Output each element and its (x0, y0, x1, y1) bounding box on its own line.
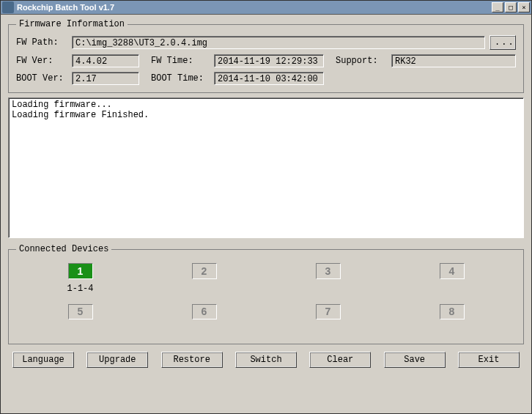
upgrade-button[interactable]: Upgrade (86, 352, 148, 368)
fw-path-field[interactable]: C:\img_3288\UT3_2.0.4.img (72, 36, 485, 49)
device-box-2[interactable]: 2 (192, 263, 217, 279)
devices-grid: 11-1-42345678 (16, 260, 516, 336)
device-slot-3[interactable]: 3 (270, 263, 386, 300)
clear-button[interactable]: Clear (309, 352, 371, 368)
window-title: Rockchip Batch Tool v1.7 (17, 3, 490, 12)
device-label-1: 1-1-4 (67, 284, 93, 294)
log-area[interactable]: Loading firmware... Loading firmware Fin… (8, 97, 524, 238)
support-field: RK32 (391, 54, 516, 67)
client-area: Firmware Information FW Path: C:\img_328… (0, 15, 532, 414)
devices-legend: Connected Devices (16, 244, 111, 254)
device-box-7[interactable]: 7 (316, 304, 341, 319)
device-box-4[interactable]: 4 (440, 263, 465, 279)
fw-time-label: FW Time: (151, 56, 210, 66)
fw-path-label: FW Path: (16, 37, 67, 48)
boot-ver-label: BOOT Ver: (16, 73, 67, 84)
device-slot-1[interactable]: 11-1-4 (22, 263, 138, 300)
device-box-6[interactable]: 6 (192, 304, 217, 319)
boot-time-field: 2014-11-10 03:42:00 (214, 72, 324, 85)
switch-button[interactable]: Switch (235, 352, 297, 368)
device-slot-6[interactable]: 6 (146, 304, 262, 333)
device-box-3[interactable]: 3 (316, 263, 341, 279)
device-slot-7[interactable]: 7 (270, 304, 386, 333)
browse-button[interactable]: ... (489, 35, 516, 50)
save-button[interactable]: Save (384, 352, 446, 368)
firmware-fieldset: Firmware Information FW Path: C:\img_328… (8, 19, 524, 93)
devices-fieldset: Connected Devices 11-1-42345678 (8, 244, 524, 344)
boot-time-label: BOOT Time: (151, 73, 210, 84)
exit-button[interactable]: Exit (458, 352, 520, 368)
close-button[interactable]: × (518, 2, 530, 12)
boot-ver-field: 2.17 (72, 72, 139, 85)
fw-time-field: 2014-11-19 12:29:33 (214, 54, 324, 67)
fw-ver-label: FW Ver: (16, 56, 67, 66)
bottom-toolbar: Language Upgrade Restore Switch Clear Sa… (8, 349, 524, 368)
device-slot-2[interactable]: 2 (146, 263, 262, 300)
fw-ver-field: 4.4.02 (72, 54, 139, 67)
maximize-button[interactable]: □ (505, 2, 517, 12)
device-slot-5[interactable]: 5 (22, 304, 138, 333)
titlebar: Rockchip Batch Tool v1.7 _ □ × (0, 0, 532, 15)
device-box-5[interactable]: 5 (68, 304, 93, 319)
language-button[interactable]: Language (12, 352, 74, 368)
app-icon (2, 1, 14, 13)
firmware-legend: Firmware Information (16, 19, 128, 29)
restore-button[interactable]: Restore (161, 352, 223, 368)
device-slot-8[interactable]: 8 (394, 304, 510, 333)
minimize-button[interactable]: _ (492, 2, 503, 12)
device-box-1[interactable]: 1 (68, 263, 93, 279)
device-box-8[interactable]: 8 (440, 304, 465, 319)
device-slot-4[interactable]: 4 (394, 263, 510, 300)
support-label: Support: (336, 56, 387, 66)
